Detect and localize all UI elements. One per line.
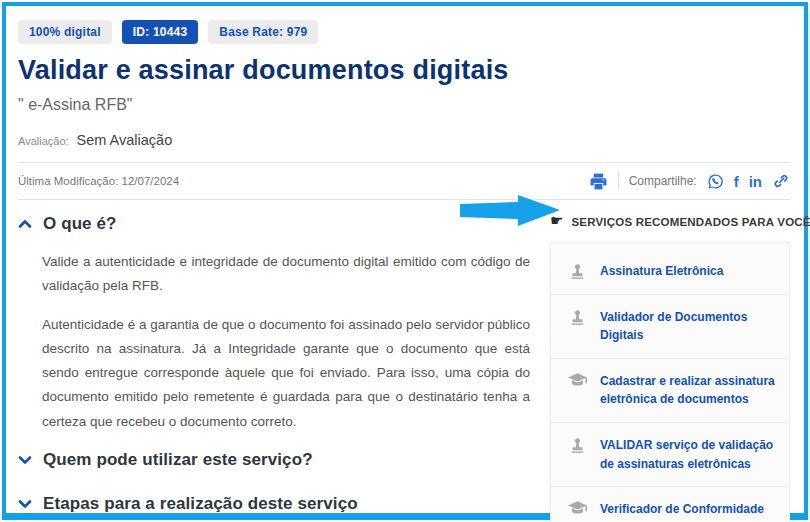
rating-label: Avaliação: [18, 135, 69, 147]
section-title: O que é? [43, 214, 117, 234]
graduation-cap-icon [567, 373, 587, 387]
paragraph: Autenticidade é a garantia de que o docu… [42, 313, 530, 434]
rating-value: Sem Avaliação [77, 132, 173, 148]
recommended-item-label: Validador de Documentos Digitais [600, 308, 775, 345]
accordion-section-o-que-e[interactable]: O que é? [18, 214, 530, 234]
badge-base-rate: Base Rate: 979 [208, 20, 318, 44]
recommended-header: ☛ SERVIÇOS RECOMENDADOS PARA VOCÊ [550, 214, 790, 229]
facebook-icon[interactable]: f [734, 174, 739, 189]
badge-id: ID: 10443 [122, 20, 199, 44]
share-label: Compartilhe: [629, 174, 697, 188]
chevron-up-icon [18, 219, 32, 229]
vertical-separator [618, 172, 619, 190]
recommended-item-label: VALIDAR serviço de validação de assinatu… [600, 436, 775, 473]
whatsapp-icon[interactable] [707, 173, 724, 190]
recommended-item[interactable]: Verificador de Conformidade de Assinatur… [551, 486, 789, 522]
section-title: Quem pode utilizar este serviço? [43, 450, 313, 470]
accordion-column: O que é? Valide a autenticidade e integr… [18, 200, 550, 522]
recommended-column: ☛ SERVIÇOS RECOMENDADOS PARA VOCÊ Assina… [550, 200, 790, 522]
badge-row: 100% digital ID: 10443 Base Rate: 979 [18, 20, 790, 44]
recommended-item[interactable]: VALIDAR serviço de validação de assinatu… [551, 422, 789, 486]
main-area: O que é? Valide a autenticidade e integr… [18, 200, 790, 522]
meta-row: Última Modificação: 12/07/2024 Compartil… [18, 163, 790, 199]
recommended-item-label: Verificador de Conformidade de Assinatur… [600, 500, 775, 522]
recommended-item[interactable]: Cadastrar e realizar assinatura eletrôni… [551, 358, 789, 422]
recommended-item-label: Cadastrar e realizar assinatura eletrôni… [600, 372, 775, 409]
recommended-item[interactable]: Assinatura Eletrônica [551, 249, 789, 294]
section-body: Valide a autenticidade e integridade de … [42, 250, 530, 434]
recommended-item-label: Assinatura Eletrônica [600, 262, 723, 281]
recommended-item[interactable]: Validador de Documentos Digitais [551, 294, 789, 358]
badge-digital: 100% digital [18, 20, 112, 44]
recommended-title: SERVIÇOS RECOMENDADOS PARA VOCÊ [571, 216, 810, 228]
print-icon[interactable] [589, 172, 608, 191]
accordion-section-etapas[interactable]: Etapas para a realização deste serviço [18, 494, 530, 514]
paragraph: Valide a autenticidade e integridade de … [42, 250, 530, 299]
stamp-icon [567, 437, 587, 454]
chevron-down-icon [18, 455, 32, 465]
collapsed-sections: Quem pode utilizar este serviço? Etapas … [18, 450, 530, 522]
section-title: Etapas para a realização deste serviço [43, 494, 358, 514]
recommended-panel: Assinatura Eletrônica Validador de Docum… [550, 242, 790, 522]
accordion-section-quem-pode[interactable]: Quem pode utilizar este serviço? [18, 450, 530, 470]
linkedin-icon[interactable]: in [749, 174, 762, 189]
rating-row: Avaliação: Sem Avaliação [18, 132, 790, 148]
last-modified: Última Modificação: 12/07/2024 [18, 175, 179, 187]
service-page: 100% digital ID: 10443 Base Rate: 979 Va… [6, 6, 804, 513]
graduation-cap-icon [567, 501, 587, 515]
link-icon[interactable] [772, 172, 790, 190]
page-subtitle: " e-Assina RFB" [18, 96, 790, 114]
page-title: Validar e assinar documentos digitais [18, 55, 790, 86]
share-icons: f in [707, 172, 790, 190]
stamp-icon [567, 263, 587, 280]
chevron-down-icon [18, 499, 32, 509]
stamp-icon [567, 309, 587, 326]
share-area: Compartilhe: f in [589, 172, 790, 191]
pointing-hand-icon: ☛ [550, 214, 563, 229]
screenshot-highlight-frame: 100% digital ID: 10443 Base Rate: 979 Va… [2, 2, 808, 520]
